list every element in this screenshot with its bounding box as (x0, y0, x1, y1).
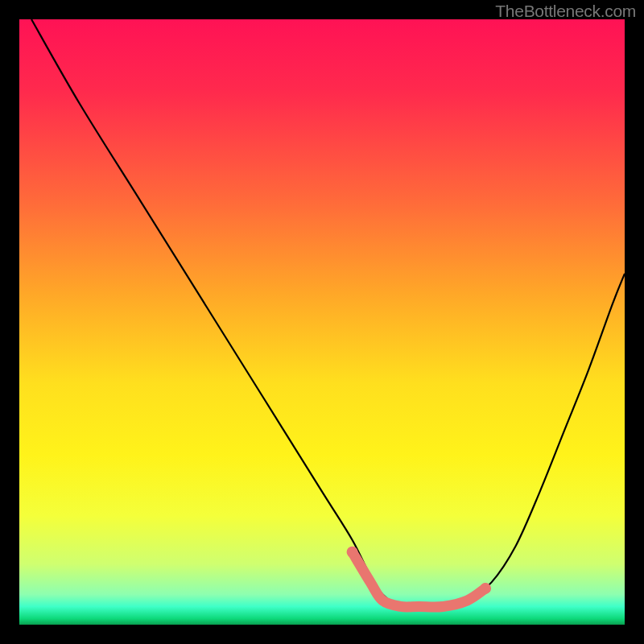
svg-rect-0 (19, 19, 625, 625)
heat-gradient-background (19, 19, 625, 625)
watermark-text: TheBottleneck.com (495, 2, 636, 21)
plot-area (19, 19, 625, 625)
chart-frame: TheBottleneck.com (0, 0, 644, 644)
